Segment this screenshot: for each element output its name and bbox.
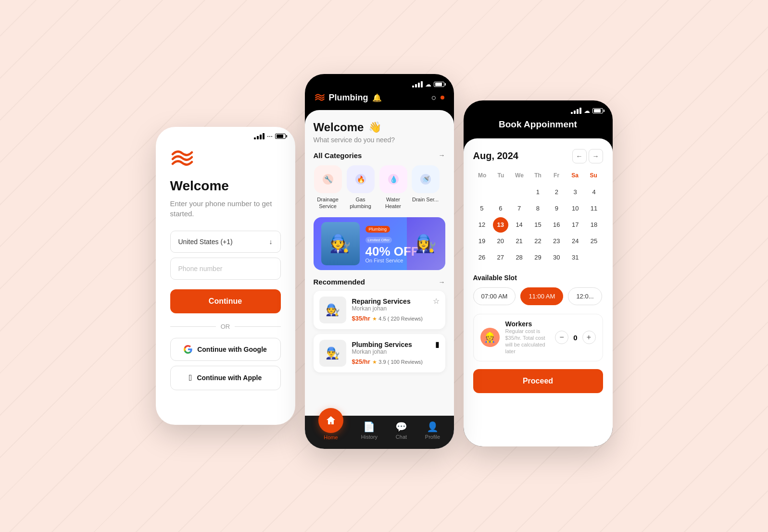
cal-date-25[interactable]: 25 [586,234,602,249]
phone-home: ☁ Plumbing 🔔 ○ Wel [305,74,454,449]
cal-date-19[interactable]: 19 [474,234,490,249]
calendar-next-button[interactable]: → [589,149,603,163]
apple-signin-button[interactable]:  Continue with Apple [170,366,281,390]
continue-button[interactable]: Continue [170,289,281,313]
nav-history[interactable]: 📄 History [361,421,378,440]
cal-date-13[interactable]: 13 [493,217,508,233]
login-content: Welcome Enter your phone number to get s… [156,173,295,405]
battery-icon-2 [434,82,444,87]
calendar-prev-button[interactable]: ← [572,149,587,163]
service-1-name: Reparing Services [352,297,427,305]
service-2-name: Plumbing Services [352,341,429,348]
cal-date-31[interactable]: 31 [567,250,583,265]
nav-chat[interactable]: 💬 Chat [395,421,407,440]
brand-logo-icon [315,93,325,102]
search-icon[interactable]: ○ [431,93,437,103]
cal-date-5[interactable]: 5 [474,201,490,216]
cal-date-10[interactable]: 10 [567,201,583,216]
cal-date-16[interactable]: 16 [549,217,564,233]
recommended-arrow-icon[interactable]: → [439,278,445,286]
cal-date-21[interactable]: 21 [512,234,527,249]
country-selector[interactable]: United States (+1) ↓ [170,231,281,253]
cal-date-24[interactable]: 24 [567,234,583,249]
signal-bar-3 [418,83,420,87]
signal-icon [254,133,264,139]
water-icon: 💧 [379,165,407,193]
cal-date-14[interactable]: 14 [512,217,527,233]
cal-date-8[interactable]: 8 [530,201,545,216]
cal-date-12[interactable]: 12 [474,217,490,233]
cal-date-9[interactable]: 9 [549,201,564,216]
time-slot-2[interactable]: 12:0... [568,287,602,305]
cal-date-7[interactable]: 7 [512,201,527,216]
cal-date-2[interactable]: 2 [549,185,564,200]
nav-home[interactable]: Home [318,421,343,440]
google-signin-button[interactable]: Continue with Google [170,338,281,361]
nav-history-label: History [361,434,378,440]
cal-day-su: Su [584,170,603,181]
categories-arrow-icon[interactable]: → [439,151,445,159]
cal-date-1[interactable]: 1 [530,185,545,200]
svg-text:🔧: 🔧 [324,175,332,184]
phone-booking: ☁ Book Appoinment Aug, 2024 ← → Mo T [464,100,613,446]
service-2-price: $25/hr [352,358,370,365]
proceed-button[interactable]: Proceed [473,369,603,393]
brand-name: Plumbing [329,93,368,103]
service-card-2[interactable]: 👨‍🔧 Plumbing Services Morkan johan $25/h… [314,334,445,372]
profile-icon: 👤 [427,421,439,433]
increase-workers-button[interactable]: + [582,331,596,344]
service-item-water[interactable]: 💧 Water Heater [379,165,408,210]
cal-date-4[interactable]: 4 [586,185,602,200]
time-slots: 07:00 AM 11:00 AM 12:0... [473,287,603,305]
cal-date-6[interactable]: 6 [493,201,508,216]
cal-date-27[interactable]: 27 [493,250,508,265]
app-logo [170,149,194,169]
time-slot-0[interactable]: 07:00 AM [473,287,516,305]
apple-icon:  [189,373,192,383]
home-tab-icon [318,408,343,433]
bookmark-icon-1[interactable]: ☆ [433,297,440,306]
phone-input[interactable]: Phone number [170,258,281,280]
cal-date-20[interactable]: 20 [493,234,508,249]
topbar-actions: ○ [431,93,444,103]
service-2-rating: ★ 3.9 ( 100 Reviews) [372,359,423,365]
book-title-bar: Book Appoinment [464,114,613,138]
service-card-2-image: 👨‍🔧 [319,340,346,367]
cal-date-18[interactable]: 18 [586,217,602,233]
wifi-icon: ⋅⋅⋅ [267,133,273,140]
nav-profile-label: Profile [425,434,440,440]
bookmark-icon-2[interactable]: ▮ [435,340,440,349]
cal-date-26[interactable]: 26 [474,250,490,265]
cal-date-23[interactable]: 23 [549,234,564,249]
cal-date-17[interactable]: 17 [567,217,583,233]
cal-date-29[interactable]: 29 [530,250,545,265]
cal-date-30[interactable]: 30 [549,250,564,265]
service-item-drainage[interactable]: 🔧 Drainage Service [314,165,342,210]
service-item-drain[interactable]: 🚿 Drain Ser... [412,165,440,210]
star-icon-2: ★ [372,359,377,365]
gas-icon: 🔥 [347,165,375,193]
service-card-1-info: Reparing Services Morkan johan $35/hr ★ … [352,297,427,322]
calendar-header: Aug, 2024 ← → [473,149,603,163]
welcome-home-text: Welcome [314,121,364,134]
cal-date-22[interactable]: 22 [530,234,545,249]
google-label: Continue with Google [197,346,267,353]
or-divider: OR [170,323,281,330]
drain-icon: 🚿 [412,165,440,193]
cal-date-15[interactable]: 15 [530,217,545,233]
status-bar-phone1: ⋅⋅⋅ [156,127,295,140]
cal-date-28[interactable]: 28 [512,250,527,265]
cal-date-11[interactable]: 11 [586,201,602,216]
limited-badge: Limited Offer [365,237,392,243]
cal-date-3[interactable]: 3 [567,185,583,200]
time-slot-1[interactable]: 11:00 AM [520,287,563,305]
workers-subtitle: Regular cost is $35/hr. Total cost will … [505,328,550,355]
nav-profile[interactable]: 👤 Profile [425,421,440,440]
phones-container: ⋅⋅⋅ Welcome Enter your phone number to g… [156,84,613,449]
categories-label: All Categories [314,151,362,160]
service-item-gas[interactable]: 🔥 Gas plumbing [346,165,375,210]
welcome-title: Welcome [170,178,281,194]
decrease-workers-button[interactable]: − [555,331,568,344]
promo-banner: 🧑‍🔧 Plumbing Limited Offer 40% OFF On Fi… [314,217,445,270]
service-card-1[interactable]: 🧑‍🔧 Reparing Services Morkan johan $35/h… [314,291,445,329]
